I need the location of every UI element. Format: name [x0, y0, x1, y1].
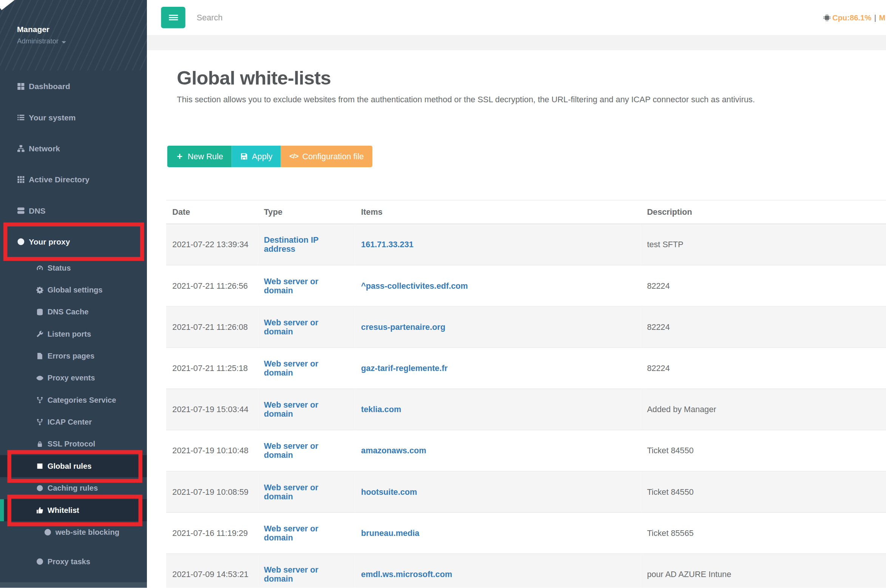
sidebar-item-active-directory[interactable]: Active Directory: [0, 164, 147, 195]
sidebar-item-network[interactable]: Network: [0, 133, 147, 164]
logo-partial: [0, 0, 16, 10]
table-body: 2021-07-22 13:39:34Destination IP addres…: [166, 224, 886, 588]
cell-description: 82224: [641, 265, 886, 306]
sidebar-item-whitelist[interactable]: Whitelist: [0, 499, 147, 521]
stats-separator: |: [874, 13, 876, 22]
app: Manager Administrator DashboardYour syst…: [0, 0, 886, 588]
sidebar-toggle-button[interactable]: [161, 7, 185, 28]
type-link[interactable]: Web server or domain: [264, 400, 318, 419]
item-link[interactable]: emdl.ws.microsoft.com: [361, 570, 452, 579]
cell-type: Web server or domain: [258, 471, 355, 513]
sidebar-item-status[interactable]: Status: [0, 257, 147, 279]
item-link[interactable]: bruneau.media: [361, 528, 419, 537]
sidebar-item-categories-service[interactable]: Categories Service: [0, 389, 147, 411]
cell-type: Web server or domain: [258, 513, 355, 554]
sidebar: Manager Administrator DashboardYour syst…: [0, 0, 147, 588]
table-row: 2021-07-21 11:25:18Web server or domaing…: [166, 348, 886, 389]
profile-role-label: Administrator: [17, 37, 59, 45]
table-row: 2021-07-19 10:10:48Web server or domaina…: [166, 430, 886, 471]
cell-date: 2021-07-09 14:53:21: [166, 554, 258, 588]
column-header-date: Date: [166, 200, 258, 224]
sidebar-item-ssl-protocol[interactable]: SSL Protocol: [0, 433, 147, 455]
sidebar-item-caching-rules[interactable]: Caching rules: [0, 477, 147, 499]
cell-items: emdl.ws.microsoft.com: [355, 554, 641, 588]
list-icon: [17, 113, 25, 121]
sidebar-item-icap-center[interactable]: ICAP Center: [0, 411, 147, 433]
sidebar-item-label: Dashboard: [29, 82, 70, 91]
sidebar-item-errors-pages[interactable]: Errors pages: [0, 345, 147, 367]
sidebar-item-your-system[interactable]: Your system: [0, 102, 147, 132]
profile-name: Manager: [17, 25, 147, 34]
cell-items: bruneau.media: [355, 513, 641, 554]
database-icon: [36, 308, 43, 316]
cell-items: ^pass-collectivites.edf.com: [355, 265, 641, 306]
sidebar-item-label: Proxy events: [48, 374, 95, 382]
code-icon: </>: [289, 152, 298, 160]
type-link[interactable]: Web server or domain: [264, 524, 318, 542]
apply-label: Apply: [252, 152, 272, 161]
item-link[interactable]: amazonaws.com: [361, 446, 426, 455]
sidebar-item-dns-cache[interactable]: DNS Cache: [0, 301, 147, 323]
table-row: 2021-07-19 15:03:44Web server or domaint…: [166, 389, 886, 430]
item-link[interactable]: cresus-partenaire.org: [361, 322, 445, 331]
cell-type: Web server or domain: [258, 430, 355, 471]
cell-items: hootsuite.com: [355, 471, 641, 513]
sidebar-item-label: Your system: [29, 112, 76, 122]
system-stats: Cpu:86.1% | M: [823, 0, 885, 35]
sidebar-item-label: ICAP Center: [48, 418, 92, 426]
sidebar-item-label: Whitelist: [48, 506, 79, 514]
table-row: 2021-07-16 11:19:29Web server or domainb…: [166, 513, 886, 554]
item-link[interactable]: hootsuite.com: [361, 487, 417, 496]
table-header-row: DateTypeItemsDescription: [166, 200, 886, 224]
main-area: Cpu:86.1% | M Global white-lists This se…: [147, 0, 886, 588]
cell-date: 2021-07-21 11:25:18: [166, 348, 258, 389]
cell-items: 161.71.33.231: [355, 224, 641, 265]
type-link[interactable]: Web server or domain: [264, 359, 318, 377]
sidebar-item-global-settings[interactable]: Global settings: [0, 279, 147, 301]
item-link[interactable]: gaz-tarif-reglemente.fr: [361, 364, 448, 373]
cell-date: 2021-07-21 11:26:56: [166, 265, 258, 306]
item-link[interactable]: teklia.com: [361, 405, 401, 414]
profile-role-dropdown[interactable]: Administrator: [17, 37, 147, 46]
type-link[interactable]: Web server or domain: [264, 483, 318, 501]
mem-usage: M: [879, 13, 885, 22]
configuration-file-button[interactable]: </> Configuration file: [281, 146, 372, 167]
search-input[interactable]: [197, 13, 378, 22]
topbar: Cpu:86.1% | M: [147, 0, 886, 35]
sidebar-item-label: Active Directory: [29, 175, 90, 184]
page-content: Global white-lists This section allows y…: [147, 50, 886, 588]
sidebar-item-label: Listen ports: [48, 330, 91, 338]
sidebar-menu: DashboardYour systemNetworkActive Direct…: [0, 71, 147, 573]
cell-description: test SFTP: [641, 224, 886, 265]
new-rule-button[interactable]: + New Rule: [167, 146, 232, 167]
toolbar: + New Rule Apply </> Configuration file: [167, 146, 886, 167]
sidebar-item-web-site-blocking[interactable]: web-site blocking: [0, 521, 147, 543]
cell-items: cresus-partenaire.org: [355, 306, 641, 348]
cell-date: 2021-07-22 13:39:34: [166, 224, 258, 265]
type-link[interactable]: Web server or domain: [264, 277, 318, 295]
sidebar-item-proxy-tasks[interactable]: Proxy tasks: [0, 551, 147, 573]
sidebar-item-listen-ports[interactable]: Listen ports: [0, 323, 147, 345]
sidebar-item-dashboard[interactable]: Dashboard: [0, 71, 147, 102]
sidebar-item-dns[interactable]: DNS: [0, 195, 147, 226]
heading-strip: [147, 35, 886, 50]
page-title: Global white-lists: [177, 67, 886, 89]
sidebar-item-proxy-events[interactable]: Proxy events: [0, 367, 147, 389]
sidebar-item-label: Status: [48, 264, 71, 272]
item-link[interactable]: 161.71.33.231: [361, 240, 414, 249]
sidebar-item-label: Errors pages: [48, 352, 95, 360]
type-link[interactable]: Web server or domain: [264, 318, 318, 336]
cell-items: teklia.com: [355, 389, 641, 430]
sidebar-item-global-rules[interactable]: Global rules: [0, 455, 147, 477]
type-link[interactable]: Web server or domain: [264, 442, 318, 460]
type-link[interactable]: Destination IP address: [264, 236, 318, 254]
ban-icon: [44, 528, 51, 536]
cell-type: Destination IP address: [258, 224, 355, 265]
apply-button[interactable]: Apply: [232, 146, 281, 167]
cell-type: Web server or domain: [258, 554, 355, 588]
sidebar-item-your-proxy[interactable]: Your proxy: [0, 226, 147, 257]
type-link[interactable]: Web server or domain: [264, 565, 318, 583]
cell-items: amazonaws.com: [355, 430, 641, 471]
wrench-icon: [36, 330, 43, 337]
item-link[interactable]: ^pass-collectivites.edf.com: [361, 281, 468, 290]
